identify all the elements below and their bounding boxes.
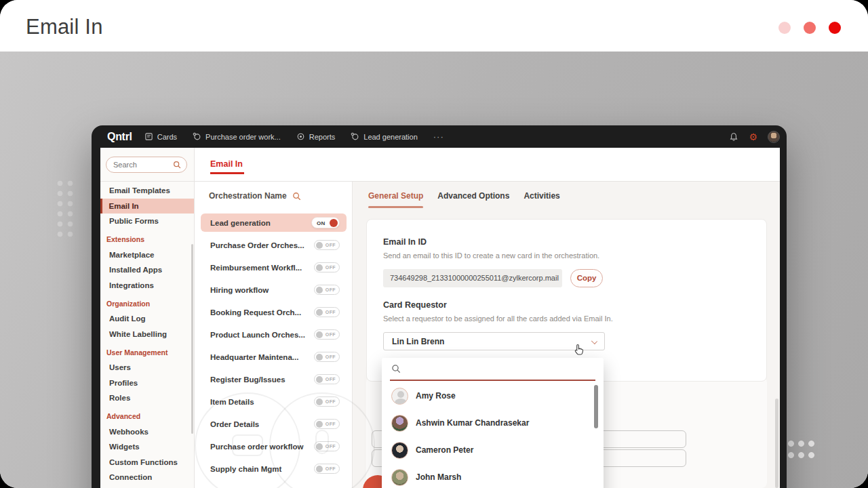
sidebar-item-connection[interactable]: Connection <box>100 470 194 485</box>
toggle-off[interactable]: OFF <box>314 352 340 362</box>
copy-button[interactable]: Copy <box>570 269 603 287</box>
sidebar-item-public-forms[interactable]: Public Forms <box>100 214 194 229</box>
nav-item-reports[interactable]: Reports <box>296 132 336 141</box>
dot-grid-decoration <box>55 178 75 239</box>
sidebar-search[interactable] <box>106 157 187 173</box>
orchestration-row[interactable]: Booking Request Orch... OFF <box>201 303 347 321</box>
orchestration-row[interactable]: Item Details OFF <box>201 392 347 411</box>
orchestration-name: Booking Request Orch... <box>210 308 301 317</box>
user-avatar[interactable] <box>768 131 780 143</box>
toggle-off[interactable]: OFF <box>314 240 340 250</box>
orchestration-row[interactable]: Order Details OFF <box>201 415 347 433</box>
toggle-label: OFF <box>326 354 336 359</box>
orchestration-row[interactable]: Product Launch Orches... OFF <box>201 325 347 344</box>
toggle-off[interactable]: OFF <box>314 329 340 340</box>
toggle-off[interactable]: OFF <box>314 307 340 317</box>
orchestration-row-lead-generation[interactable]: Lead generation ON <box>201 214 347 232</box>
sidebar-item-label: Widgets <box>109 443 140 451</box>
chevron-down-icon <box>591 338 597 344</box>
toggle-off[interactable]: OFF <box>314 464 340 474</box>
orchestration-name: Hiring workflow <box>210 286 269 294</box>
nav-item-lead-generation[interactable]: Lead generation <box>351 132 418 141</box>
settings-gear-icon[interactable]: ⚙ <box>749 132 757 142</box>
orchestration-row[interactable]: Purchase Order Orches... OFF <box>201 236 347 254</box>
toggle-knob <box>316 264 323 271</box>
orchestration-row[interactable]: Reimbursement Workfl... OFF <box>201 258 347 277</box>
requestor-option-amy-rose[interactable]: Amy Rose <box>382 382 604 409</box>
qntrl-logo[interactable]: Qntrl <box>107 131 132 143</box>
toggle-off[interactable]: OFF <box>314 419 340 429</box>
sidebar-item-label: Webhooks <box>109 428 149 436</box>
orchestration-name: Headquarter Maintena... <box>210 353 298 361</box>
notifications-bell-icon[interactable] <box>729 132 738 142</box>
sidebar-item-installed-apps[interactable]: Installed Apps <box>100 262 194 278</box>
hand-cursor-icon <box>574 343 585 357</box>
orchestration-list-header: Orchestration Name <box>209 191 301 201</box>
header-dot-dark <box>829 22 841 34</box>
tab-email-in[interactable]: Email In <box>210 159 243 169</box>
divider <box>100 181 780 182</box>
orchestration-list-title: Orchestration Name <box>209 191 287 201</box>
requestor-option-ashwin[interactable]: Ashwin Kumar Chandrasekar <box>382 409 604 436</box>
email-in-settings-card: Email In ID Send an email to this ID to … <box>366 219 767 382</box>
orchestration-row[interactable]: Supply chain Mgmt OFF <box>201 460 347 478</box>
sidebar-item-label: White Labelling <box>109 330 167 338</box>
sidebar-item-roles[interactable]: Roles <box>100 390 194 406</box>
email-in-id-description: Send an email to this ID to create a new… <box>383 251 599 260</box>
orchestration-row[interactable]: Headquarter Maintena... OFF <box>201 348 347 366</box>
dropdown-search[interactable] <box>382 358 604 381</box>
sidebar-item-email-in[interactable]: Email In <box>100 199 194 214</box>
sidebar-item-label: Email Templates <box>109 186 170 195</box>
sidebar-item-custom-functions[interactable]: Custom Functions <box>100 455 194 470</box>
sidebar-item-users[interactable]: Users <box>100 360 194 375</box>
requestor-option-cameron[interactable]: Cameron Peter <box>382 436 604 464</box>
sidebar-item-label: Public Forms <box>109 217 159 225</box>
card-requestor-select[interactable]: Lin Lin Brenn <box>383 332 605 350</box>
page-tab-row: Email In <box>195 148 780 181</box>
sidebar-item-profiles[interactable]: Profiles <box>100 375 194 391</box>
toggle-off[interactable]: OFF <box>314 396 340 407</box>
sidebar-item-integrations[interactable]: Integrations <box>100 278 194 293</box>
sidebar-item-label: Roles <box>109 394 130 402</box>
orchestration-row[interactable]: Hiring workflow OFF <box>201 281 347 299</box>
sidebar-item-audit-log[interactable]: Audit Log <box>100 311 194 327</box>
nav-more-button[interactable]: ··· <box>433 131 444 142</box>
nav-item-purchase-order-orchestration[interactable]: Purchase order work... <box>193 132 281 141</box>
sidebar-item-white-labelling[interactable]: White Labelling <box>100 327 194 342</box>
tab-activities[interactable]: Activities <box>524 191 559 201</box>
toggle-knob <box>316 287 323 293</box>
tab-advanced-options[interactable]: Advanced Options <box>437 191 509 201</box>
toggle-on[interactable]: ON <box>311 217 340 228</box>
sidebar-item-label: Profiles <box>109 379 138 387</box>
stage: Email In Qntrl Cards Purchase order work… <box>0 0 868 488</box>
toggle-knob <box>316 443 323 450</box>
general-setup-panel: General Setup Advanced Options Activitie… <box>353 182 780 488</box>
app-navbar: Qntrl Cards Purchase order work... Repor… <box>100 125 780 148</box>
nav-item-cards[interactable]: Cards <box>144 132 177 141</box>
sidebar-scrollbar[interactable] <box>191 244 193 434</box>
sidebar-item-email-templates[interactable]: Email Templates <box>100 183 194 199</box>
dropdown-scrollbar[interactable] <box>594 385 598 428</box>
search-icon <box>391 364 401 373</box>
sidebar-item-label: Users <box>109 363 131 371</box>
toggle-off[interactable]: OFF <box>314 374 340 384</box>
orchestration-icon <box>193 132 201 141</box>
orchestration-name: Lead generation <box>210 219 271 227</box>
tab-general-setup[interactable]: General Setup <box>368 191 423 201</box>
content-scrollbar[interactable] <box>775 399 778 488</box>
toggle-off[interactable]: OFF <box>314 262 340 272</box>
sidebar-item-marketplace[interactable]: Marketplace <box>100 247 194 263</box>
orchestration-row[interactable]: Register Bug/Issues OFF <box>201 370 347 388</box>
sidebar-search-input[interactable] <box>113 161 172 169</box>
toggle-off[interactable]: OFF <box>314 441 340 451</box>
orchestration-row[interactable]: Purchase order workflow OFF <box>201 437 347 455</box>
toggle-knob <box>316 331 323 338</box>
settings-sidebar: Email Templates Email In Public Forms Ex… <box>100 148 195 488</box>
search-icon[interactable] <box>292 192 301 201</box>
sidebar-item-label: Audit Log <box>109 314 146 323</box>
toggle-off[interactable]: OFF <box>314 285 340 295</box>
sidebar-item-webhooks[interactable]: Webhooks <box>100 424 194 440</box>
requestor-option-john[interactable]: John Marsh <box>382 464 604 488</box>
sidebar-item-widgets[interactable]: Widgets <box>100 439 194 455</box>
app-window: Qntrl Cards Purchase order work... Repor… <box>92 125 787 488</box>
